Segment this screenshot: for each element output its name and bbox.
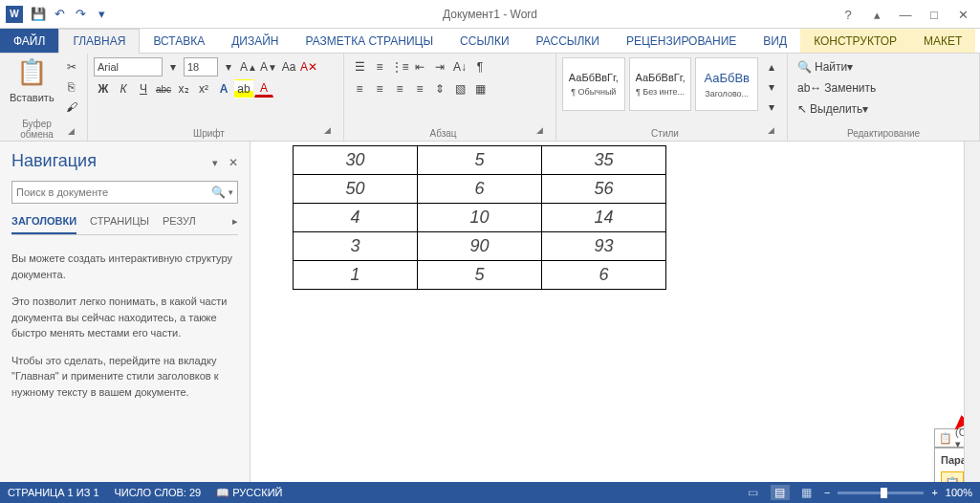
- strike-button[interactable]: abc: [154, 79, 173, 98]
- borders-button[interactable]: ▦: [470, 79, 490, 98]
- zoom-level[interactable]: 100%: [946, 487, 972, 498]
- table-cell[interactable]: 5: [418, 146, 542, 175]
- text-effects-button[interactable]: A: [214, 79, 233, 98]
- nav-search-input[interactable]: [16, 186, 211, 198]
- decrease-indent-button[interactable]: ⇤: [410, 57, 429, 77]
- table-cell[interactable]: 6: [542, 261, 666, 290]
- tab-design[interactable]: ДИЗАЙН: [218, 29, 292, 53]
- table-cell[interactable]: 56: [542, 175, 666, 204]
- undo-button[interactable]: ↶: [50, 5, 69, 24]
- cut-button[interactable]: ✂: [62, 57, 81, 77]
- table-row[interactable]: 41014: [294, 204, 666, 232]
- align-right-button[interactable]: ≡: [390, 79, 409, 98]
- shading-button[interactable]: ▧: [450, 79, 469, 98]
- nav-search-box[interactable]: 🔍 ▾: [11, 181, 238, 204]
- tab-file[interactable]: ФАЙЛ: [0, 29, 58, 53]
- format-painter-button[interactable]: 🖌: [62, 98, 81, 117]
- copy-button[interactable]: ⎘: [62, 77, 81, 97]
- style-normal[interactable]: АаБбВвГг, ¶ Обычный: [562, 57, 625, 111]
- table-cell[interactable]: 1: [294, 261, 418, 290]
- tab-view[interactable]: ВИД: [750, 29, 800, 53]
- paste-button[interactable]: Вставить: [6, 88, 58, 107]
- status-page[interactable]: СТРАНИЦА 1 ИЗ 1: [8, 487, 99, 499]
- close-button[interactable]: ✕: [949, 5, 976, 24]
- replace-button[interactable]: ab↔ Заменить: [794, 78, 880, 98]
- table-cell[interactable]: 50: [294, 175, 418, 204]
- superscript-button[interactable]: x²: [194, 79, 213, 98]
- minimize-button[interactable]: —: [892, 5, 919, 24]
- table-cell[interactable]: 6: [418, 175, 542, 204]
- bullets-button[interactable]: ☰: [350, 57, 369, 77]
- tab-page-layout[interactable]: РАЗМЕТКА СТРАНИЦЫ: [293, 29, 447, 53]
- justify-button[interactable]: ≡: [410, 79, 429, 98]
- table-cell[interactable]: 30: [294, 146, 418, 175]
- tab-table-layout[interactable]: МАКЕТ: [910, 29, 975, 53]
- zoom-in-button[interactable]: +: [931, 487, 937, 498]
- align-center-button[interactable]: ≡: [370, 79, 389, 98]
- view-web-layout[interactable]: ▦: [797, 485, 817, 500]
- tab-table-design[interactable]: КОНСТРУКТОР: [800, 29, 910, 53]
- numbering-button[interactable]: ≡: [370, 57, 389, 77]
- table-cell[interactable]: 3: [294, 232, 418, 261]
- styles-scroll-up[interactable]: ▴: [762, 57, 781, 77]
- ribbon-display-button[interactable]: ▴: [863, 5, 890, 24]
- nav-tabs-more[interactable]: ▸: [232, 215, 238, 234]
- clipboard-launcher[interactable]: ◢: [68, 126, 81, 140]
- font-launcher[interactable]: ◢: [324, 125, 338, 139]
- nav-tab-results[interactable]: РЕЗУЛ: [163, 215, 196, 234]
- paste-keep-source-formatting[interactable]: 📋: [941, 471, 964, 482]
- table-row[interactable]: 156: [294, 261, 666, 290]
- table-row[interactable]: 50656: [294, 175, 666, 204]
- styles-more[interactable]: ▾: [762, 98, 781, 117]
- nav-close-button[interactable]: ✕: [229, 156, 238, 169]
- nav-tab-pages[interactable]: СТРАНИЦЫ: [90, 215, 149, 234]
- save-button[interactable]: 💾: [29, 5, 48, 24]
- subscript-button[interactable]: x₂: [174, 79, 193, 98]
- table-cell[interactable]: 4: [294, 204, 418, 232]
- nav-tab-headings[interactable]: ЗАГОЛОВКИ: [11, 215, 76, 234]
- status-language[interactable]: 📖 РУССКИЙ: [216, 487, 282, 499]
- vertical-scrollbar[interactable]: [964, 142, 980, 482]
- shrink-font-button[interactable]: A▼: [259, 57, 278, 77]
- table-row[interactable]: 30535: [294, 146, 666, 175]
- style-heading1[interactable]: АаБбВв Заголово...: [695, 57, 758, 111]
- increase-indent-button[interactable]: ⇥: [430, 57, 449, 77]
- find-button[interactable]: 🔍 Найти ▾: [794, 57, 857, 77]
- search-icon[interactable]: 🔍: [211, 186, 226, 199]
- table-cell[interactable]: 35: [542, 146, 666, 175]
- tab-mailings[interactable]: РАССЫЛКИ: [523, 29, 613, 53]
- highlight-button[interactable]: ab: [234, 79, 253, 98]
- redo-button[interactable]: ↷: [71, 5, 90, 24]
- maximize-button[interactable]: □: [921, 5, 947, 24]
- styles-scroll-down[interactable]: ▾: [762, 77, 781, 97]
- help-button[interactable]: ?: [835, 5, 861, 24]
- tab-review[interactable]: РЕЦЕНЗИРОВАНИЕ: [613, 29, 750, 53]
- view-read-mode[interactable]: ▭: [744, 485, 763, 500]
- status-word-count[interactable]: ЧИСЛО СЛОВ: 29: [115, 487, 202, 499]
- qat-more-button[interactable]: ▾: [92, 5, 111, 24]
- align-left-button[interactable]: ≡: [350, 79, 369, 98]
- tab-references[interactable]: ССЫЛКИ: [446, 29, 522, 53]
- font-size-dropdown[interactable]: ▾: [219, 57, 238, 77]
- clear-formatting-button[interactable]: A✕: [299, 57, 318, 77]
- font-name-dropdown[interactable]: ▾: [163, 57, 183, 77]
- bold-button[interactable]: Ж: [94, 79, 113, 98]
- document-table[interactable]: 30535506564101439093156: [293, 145, 666, 290]
- font-color-button[interactable]: A: [254, 81, 273, 98]
- font-size-combo[interactable]: 18: [184, 57, 218, 77]
- font-name-combo[interactable]: Arial: [94, 57, 163, 77]
- paste-icon[interactable]: 📋: [16, 57, 47, 87]
- table-row[interactable]: 39093: [294, 232, 666, 261]
- zoom-out-button[interactable]: −: [824, 487, 830, 498]
- document-area[interactable]: 30535506564101439093156 📋 (Ctrl) ▾ Парам…: [250, 142, 980, 482]
- italic-button[interactable]: К: [114, 79, 133, 98]
- select-button[interactable]: ↖ Выделить ▾: [794, 99, 872, 119]
- search-dropdown[interactable]: ▾: [229, 187, 233, 197]
- style-no-spacing[interactable]: АаБбВвГг, ¶ Без инте...: [629, 57, 692, 111]
- show-marks-button[interactable]: ¶: [470, 57, 490, 77]
- tab-home[interactable]: ГЛАВНАЯ: [58, 29, 140, 54]
- nav-menu-button[interactable]: ▾: [212, 157, 218, 168]
- view-print-layout[interactable]: ▤: [771, 485, 790, 500]
- table-cell[interactable]: 5: [418, 261, 542, 290]
- table-cell[interactable]: 14: [542, 204, 666, 232]
